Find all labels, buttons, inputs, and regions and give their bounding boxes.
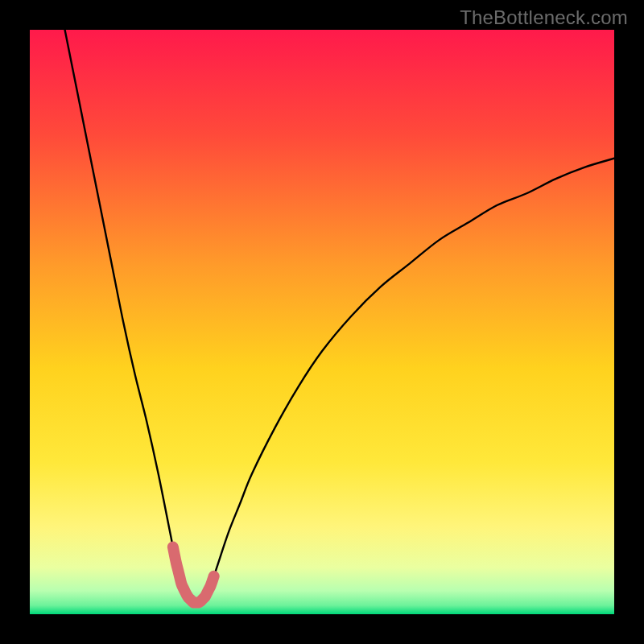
chart-svg (30, 30, 614, 614)
watermark-text: TheBottleneck.com (460, 6, 628, 29)
plot-area (30, 30, 614, 614)
gradient-background (30, 30, 614, 614)
chart-frame: TheBottleneck.com (0, 0, 644, 644)
